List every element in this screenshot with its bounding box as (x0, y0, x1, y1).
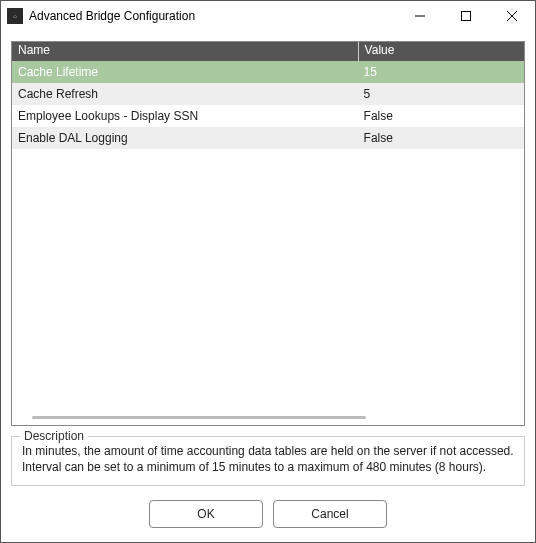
column-header-value[interactable]: Value (358, 42, 524, 61)
settings-grid[interactable]: Name Value Cache Lifetime 15 Cache Refre… (11, 41, 525, 426)
svg-rect-1 (462, 12, 471, 21)
minimize-icon (415, 11, 425, 21)
cell-value: 5 (358, 87, 524, 101)
window: ⌂ Advanced Bridge Configuration Name Val… (0, 0, 536, 543)
cell-value: False (358, 109, 524, 123)
ok-button[interactable]: OK (149, 500, 263, 528)
minimize-button[interactable] (397, 1, 443, 31)
table-row[interactable]: Employee Lookups - Display SSN False (12, 105, 524, 127)
app-icon: ⌂ (7, 8, 23, 24)
cell-value: 15 (358, 65, 524, 79)
maximize-icon (461, 11, 471, 21)
description-text: In minutes, the amount of time accountin… (22, 443, 514, 475)
horizontal-scrollbar[interactable] (22, 416, 514, 419)
maximize-button[interactable] (443, 1, 489, 31)
table-row[interactable]: Cache Refresh 5 (12, 83, 524, 105)
scrollbar-thumb[interactable] (32, 416, 367, 419)
column-header-name[interactable]: Name (12, 42, 358, 61)
close-button[interactable] (489, 1, 535, 31)
content-area: Name Value Cache Lifetime 15 Cache Refre… (1, 31, 535, 486)
grid-body: Cache Lifetime 15 Cache Refresh 5 Employ… (12, 61, 524, 425)
cancel-button[interactable]: Cancel (273, 500, 387, 528)
window-controls (397, 1, 535, 31)
button-bar: OK Cancel (1, 486, 535, 542)
table-row[interactable]: Enable DAL Logging False (12, 127, 524, 149)
description-label: Description (20, 429, 88, 443)
table-row[interactable]: Cache Lifetime 15 (12, 61, 524, 83)
grid-header: Name Value (12, 42, 524, 61)
cell-name: Cache Lifetime (12, 65, 358, 79)
cell-name: Cache Refresh (12, 87, 358, 101)
description-panel: Description In minutes, the amount of ti… (11, 436, 525, 486)
window-title: Advanced Bridge Configuration (29, 9, 397, 23)
app-icon-glyph: ⌂ (13, 13, 17, 19)
cell-name: Employee Lookups - Display SSN (12, 109, 358, 123)
titlebar: ⌂ Advanced Bridge Configuration (1, 1, 535, 31)
cell-name: Enable DAL Logging (12, 131, 358, 145)
cell-value: False (358, 131, 524, 145)
close-icon (507, 11, 517, 21)
